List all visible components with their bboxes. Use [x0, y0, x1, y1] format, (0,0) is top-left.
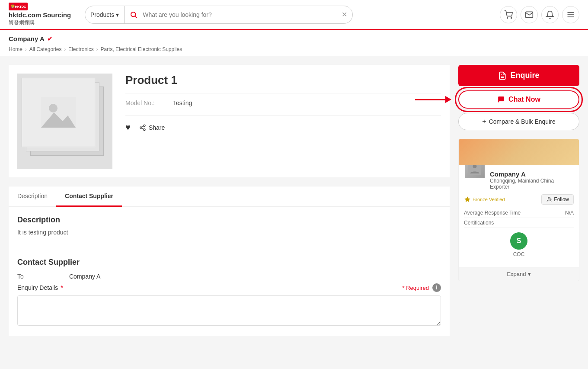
chat-now-label: Chat Now — [508, 96, 540, 103]
arrow-annotation — [415, 96, 451, 103]
chat-now-wrapper: Chat Now — [458, 90, 579, 109]
expand-label: Expand — [507, 271, 526, 277]
company-verified-row: Bronze Verified Follow — [464, 194, 574, 205]
required-asterisk: * — [61, 284, 63, 291]
arrow-line — [415, 99, 445, 100]
section-divider — [17, 249, 441, 249]
contact-to-row: To Company A — [17, 273, 441, 280]
company-card-body: Company A Chongqing, Mainland China Expo… — [459, 165, 579, 267]
avg-response-value: N/A — [565, 210, 574, 216]
search-clear-icon[interactable]: ✕ — [336, 10, 352, 19]
compare-button[interactable]: + Compare & Bulk Enquire — [458, 113, 579, 130]
share-label: Share — [149, 124, 165, 131]
company-card-location: Chongqing, Mainland China — [490, 178, 554, 184]
info-icon[interactable]: i — [432, 283, 441, 292]
search-icon — [125, 11, 143, 19]
breadcrumb-home[interactable]: Home — [9, 46, 22, 52]
avg-response-label: Average Response Time — [464, 210, 521, 216]
logo-area: 🦁 HKTDC hktdc.com Sourcing 貿發網採購 — [9, 3, 78, 26]
right-sidebar: Enquire Chat Now + Compare & Bulk Enquir… — [458, 65, 579, 336]
follow-label: Follow — [554, 196, 569, 202]
cart-button[interactable] — [500, 6, 517, 23]
description-text: It is testing product — [17, 229, 441, 236]
enquire-button[interactable]: Enquire — [458, 65, 579, 86]
breadcrumb-all-categories[interactable]: All Categories — [29, 46, 62, 52]
search-category-label: Products — [90, 11, 114, 18]
certifications-row: Certifications — [464, 218, 574, 228]
compare-plus-icon: + — [482, 118, 486, 125]
search-bar: Products ▾ ✕ — [85, 6, 353, 24]
description-heading: Description — [17, 215, 441, 225]
site-subtitle: 貿發網採購 — [9, 19, 78, 26]
follow-button[interactable]: Follow — [541, 194, 574, 205]
svg-line-14 — [142, 126, 144, 127]
chat-now-button[interactable]: Chat Now — [458, 90, 579, 109]
chevron-down-icon: ▾ — [528, 271, 531, 277]
cert-logo: S — [510, 232, 527, 250]
main-content: Product 1 Model No.: Testing ♥ Share Des… — [0, 56, 588, 344]
company-card-header — [459, 139, 579, 165]
enquiry-textarea[interactable] — [17, 295, 441, 326]
hktdc-logo-icon: 🦁 HKTDC — [9, 3, 28, 10]
header-icons — [500, 6, 579, 23]
svg-point-10 — [144, 125, 145, 126]
company-stats: Average Response Time N/A Certifications — [464, 208, 574, 228]
svg-point-3 — [511, 17, 512, 18]
search-input[interactable] — [143, 11, 336, 18]
verified-badge-icon: ✔ — [47, 35, 53, 43]
tab-contact-supplier[interactable]: Contact Supplier — [56, 186, 122, 207]
company-name-row: Company A ✔ — [9, 35, 579, 46]
enquire-label: Enquire — [510, 71, 539, 80]
svg-point-0 — [131, 12, 136, 17]
tabs-header: Description Contact Supplier — [9, 186, 450, 207]
company-card: Company A Chongqing, Mainland China Expo… — [458, 139, 579, 281]
header: 🦁 HKTDC hktdc.com Sourcing 貿發網採購 Product… — [0, 0, 588, 30]
cert-section: S COC — [464, 228, 574, 262]
product-title: Product 1 — [125, 74, 441, 93]
contact-heading: Contact Supplier — [17, 258, 441, 267]
svg-point-12 — [144, 128, 145, 130]
expand-button[interactable]: Expand ▾ — [459, 267, 579, 281]
svg-point-11 — [140, 127, 142, 128]
model-value: Testing — [173, 99, 192, 106]
product-actions: ♥ Share — [125, 115, 441, 132]
enquiry-details-row: Enquiry Details * * Required i — [17, 283, 441, 292]
cert-label: COC — [513, 251, 525, 257]
verified-label: Bronze Verified — [473, 197, 505, 202]
product-image — [17, 74, 112, 169]
menu-button[interactable] — [562, 6, 579, 23]
breadcrumb-sep-2: › — [64, 47, 66, 52]
company-bar: Company A ✔ Home › All Categories › Elec… — [0, 30, 588, 56]
company-card-info: Company A Chongqing, Mainland China Expo… — [464, 170, 574, 190]
enquiry-details-label: Enquiry Details — [17, 284, 58, 291]
avg-response-row: Average Response Time N/A — [464, 208, 574, 218]
breadcrumb-current: Parts, Electrical Electronic Supplies — [100, 46, 182, 52]
tabs-section: Description Contact Supplier Description… — [9, 186, 450, 336]
company-card-name: Company A — [490, 170, 554, 178]
svg-point-2 — [507, 17, 508, 18]
svg-line-1 — [135, 16, 137, 18]
company-name: Company A — [9, 35, 45, 42]
product-field-model: Model No.: Testing — [125, 99, 441, 106]
product-section: Product 1 Model No.: Testing ♥ Share Des… — [9, 65, 450, 336]
chevron-down-icon: ▾ — [116, 11, 119, 18]
contact-to-value: Company A — [69, 273, 100, 280]
site-title: hktdc.com Sourcing — [9, 11, 78, 19]
company-card-type: Exporter — [490, 184, 554, 190]
share-button[interactable]: Share — [139, 124, 165, 131]
tab-description[interactable]: Description — [9, 186, 56, 207]
certifications-label: Certifications — [464, 220, 494, 226]
breadcrumb-sep-3: › — [96, 47, 98, 52]
breadcrumb-electronics[interactable]: Electronics — [68, 46, 94, 52]
wishlist-button[interactable]: ♥ — [125, 122, 131, 132]
mail-button[interactable] — [521, 6, 538, 23]
search-category-dropdown[interactable]: Products ▾ — [85, 6, 125, 23]
breadcrumb-sep-1: › — [25, 47, 27, 52]
logo-image: 🦁 HKTDC — [9, 3, 78, 10]
compare-label: Compare & Bulk Enquire — [489, 118, 556, 125]
notification-button[interactable] — [541, 6, 559, 23]
product-info: Product 1 Model No.: Testing ♥ Share — [125, 74, 441, 169]
svg-line-13 — [142, 128, 144, 129]
company-card-text: Company A Chongqing, Mainland China Expo… — [490, 170, 554, 190]
product-top: Product 1 Model No.: Testing ♥ Share — [9, 65, 450, 177]
